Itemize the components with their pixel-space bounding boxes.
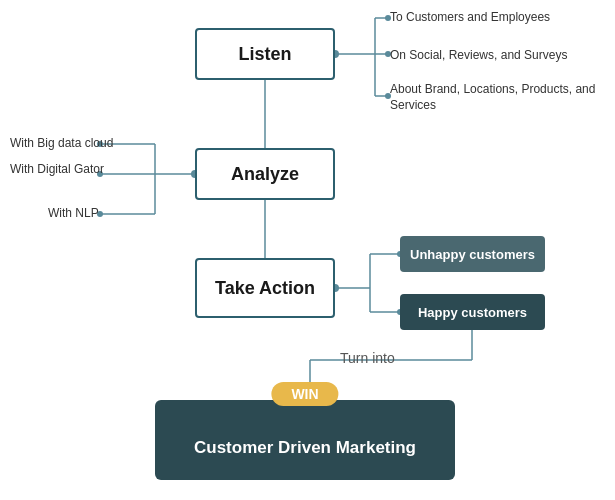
label-social: On Social, Reviews, and Surveys (390, 48, 567, 62)
label-brand: About Brand, Locations, Products, and Se… (390, 82, 600, 113)
win-title: Customer Driven Marketing (194, 438, 416, 458)
happy-label: Happy customers (418, 305, 527, 320)
analyze-box: Analyze (195, 148, 335, 200)
analyze-label: Analyze (231, 164, 299, 185)
label-customers: To Customers and Employees (390, 10, 550, 24)
win-badge: WIN (271, 382, 338, 406)
action-label: Take Action (215, 278, 315, 299)
label-digital: With Digital Gator (10, 162, 104, 176)
win-box: WIN Customer Driven Marketing (155, 400, 455, 480)
label-bigdata: With Big data cloud (10, 136, 113, 150)
listen-label: Listen (238, 44, 291, 65)
action-box: Take Action (195, 258, 335, 318)
unhappy-label: Unhappy customers (410, 247, 535, 262)
label-nlp: With NLP (48, 206, 99, 220)
listen-box: Listen (195, 28, 335, 80)
unhappy-box: Unhappy customers (400, 236, 545, 272)
label-turninto: Turn into (340, 350, 395, 366)
diagram: Listen Analyze Take Action Unhappy custo… (0, 0, 615, 500)
happy-box: Happy customers (400, 294, 545, 330)
